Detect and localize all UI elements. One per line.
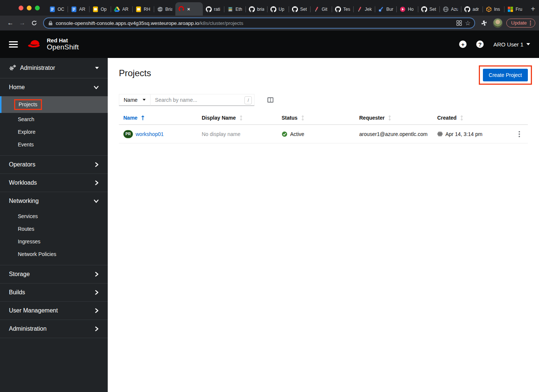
sidebar-item-ingresses[interactable]: Ingresses <box>0 235 108 248</box>
github-favicon-icon <box>335 6 341 12</box>
sidebar-item-search[interactable]: Search <box>0 113 108 126</box>
nav-group-label: Administration <box>9 325 46 332</box>
nav-group-toggle-home[interactable]: Home <box>0 78 108 96</box>
tab-close-icon[interactable]: × <box>187 6 190 12</box>
sidebar-item-network-policies[interactable]: Network Policies <box>0 248 108 260</box>
filter-attribute-dropdown[interactable]: Name <box>119 94 150 106</box>
fullscreen-window-button[interactable] <box>35 6 40 10</box>
nav-group-toggle-builds[interactable]: Builds <box>0 284 108 301</box>
perspective-switcher[interactable]: Administrator <box>0 58 108 78</box>
browser-tab[interactable]: Bria <box>154 3 175 16</box>
sidebar-item-explore[interactable]: Explore <box>0 126 108 138</box>
browser-tab[interactable]: Tes <box>332 3 353 16</box>
perspective-label: Administrator <box>20 65 55 71</box>
create-project-button[interactable]: Create Project <box>483 69 528 81</box>
sidebar-item-services[interactable]: Services <box>0 210 108 223</box>
browser-tab[interactable]: Op <box>90 3 111 16</box>
browser-tab[interactable]: AR <box>111 3 132 16</box>
manage-columns-icon[interactable] <box>267 97 274 103</box>
user-menu[interactable]: ARO User 1 <box>493 41 530 48</box>
gears-icon <box>9 65 16 71</box>
tab-title: Bria <box>165 7 172 12</box>
browser-tab-active[interactable]: × <box>175 2 203 16</box>
nav-group-toggle-administration[interactable]: Administration <box>0 320 108 338</box>
address-bar[interactable]: console-openshift-console.apps.qv4g35sq.… <box>43 17 475 29</box>
annotation-box-projects-nav: Projects <box>14 99 42 110</box>
tab-title: bria <box>257 7 264 12</box>
close-window-button[interactable] <box>19 6 23 10</box>
browser-tab[interactable]: OC <box>46 3 68 16</box>
browser-tab[interactable]: bria <box>246 3 267 16</box>
sidebar-item-label: Ingresses <box>18 239 40 244</box>
browser-tab[interactable]: Set <box>289 3 310 16</box>
annotation-box-create-project: Create Project <box>479 65 532 85</box>
browser-tab[interactable]: Jek <box>354 3 375 16</box>
column-header-display-name[interactable]: Display Name <box>197 115 277 121</box>
update-browser-button[interactable]: Update <box>506 19 535 27</box>
cell-display-name: No display name <box>197 131 277 137</box>
nav-group-toggle-workloads[interactable]: Workloads <box>0 174 108 192</box>
project-name-link[interactable]: workshop01 <box>136 131 164 137</box>
nav-group-label: User Management <box>9 307 58 314</box>
column-header-name[interactable]: Name <box>119 115 197 121</box>
nav-group-toggle-networking[interactable]: Networking <box>0 192 108 210</box>
row-kebab-menu-icon[interactable] <box>519 131 520 137</box>
chevron-down-icon <box>94 85 99 90</box>
tab-title: Tes <box>343 7 350 12</box>
chevron-right-icon <box>95 162 99 167</box>
tool-blue-favicon-icon <box>378 6 384 12</box>
help-question-circle-icon[interactable]: ? <box>476 41 484 48</box>
nav-group-toggle-storage[interactable]: Storage <box>0 265 108 283</box>
nav-toggle-hamburger-icon[interactable] <box>9 41 18 48</box>
add-plus-circle-icon[interactable]: + <box>459 41 467 48</box>
nav-group-home: HomeProjectsSearchExploreEvents <box>0 78 108 155</box>
browser-tab[interactable]: RH <box>133 3 154 16</box>
column-header-created[interactable]: Created <box>433 115 514 121</box>
sidebar-item-projects[interactable]: Projects <box>0 96 108 113</box>
profile-avatar[interactable] <box>493 18 503 28</box>
browser-tab[interactable]: Ho <box>397 3 418 16</box>
browser-menu-kebab-icon[interactable] <box>530 20 531 26</box>
reload-button[interactable] <box>29 18 39 28</box>
nav-group-toggle-operators[interactable]: Operators <box>0 156 108 174</box>
reload-icon <box>31 20 37 26</box>
browser-tab[interactable]: Git <box>311 3 332 16</box>
browser-tab[interactable]: AR <box>68 3 89 16</box>
browser-tab[interactable]: Azu <box>440 3 461 16</box>
forward-button[interactable]: → <box>17 18 27 28</box>
column-header-status[interactable]: Status <box>277 115 355 121</box>
browser-tab[interactable]: Fru <box>504 3 526 16</box>
tab-title: Ho <box>408 7 413 12</box>
browser-tab[interactable]: Eth <box>224 3 246 16</box>
nav-group-label: Workloads <box>9 179 37 186</box>
brand-logo: Red Hat OpenShift <box>27 38 79 51</box>
extensions-puzzle-icon[interactable] <box>479 18 489 28</box>
browser-tab[interactable]: Up <box>267 3 289 16</box>
browser-tab[interactable]: adr <box>461 3 483 16</box>
sidebar-item-events[interactable]: Events <box>0 138 108 151</box>
search-input[interactable] <box>150 94 254 106</box>
reading-list-grid-icon[interactable] <box>456 20 462 26</box>
github-favicon-icon <box>292 6 298 12</box>
tab-title: adr <box>473 7 479 12</box>
new-tab-button[interactable]: + <box>526 5 539 16</box>
nav-group-toggle-user-management[interactable]: User Management <box>0 302 108 320</box>
chevron-right-icon <box>95 326 99 331</box>
nav-group-label: Builds <box>9 289 25 296</box>
url-text: console-openshift-console.apps.qv4g35sq.… <box>56 20 453 26</box>
cell-created: Apr 14, 3:14 pm <box>433 131 514 137</box>
bookmark-star-icon[interactable]: ☆ <box>465 19 471 27</box>
browser-tab[interactable]: Ins <box>483 3 504 16</box>
nav-group-workloads: Workloads <box>0 174 108 192</box>
sidebar-item-routes[interactable]: Routes <box>0 223 108 235</box>
column-header-actions <box>514 115 528 121</box>
sidebar-item-label: Events <box>18 142 34 148</box>
row-actions[interactable] <box>514 131 528 137</box>
minimize-window-button[interactable] <box>27 6 32 10</box>
browser-tab[interactable]: rati <box>203 3 224 16</box>
github-favicon-icon <box>206 6 212 12</box>
back-button[interactable]: ← <box>5 18 16 28</box>
browser-tab[interactable]: Bur <box>375 3 396 16</box>
browser-tab[interactable]: Set <box>418 3 439 16</box>
column-header-requester[interactable]: Requester <box>355 115 433 121</box>
